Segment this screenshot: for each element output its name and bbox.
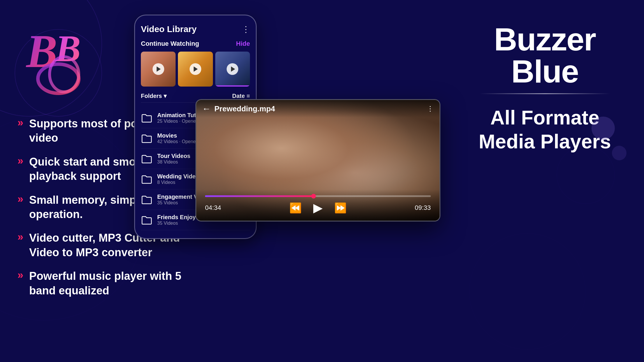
player-header: ← Prewedding.mp4 ⋮ [196, 100, 440, 117]
right-section: Buzzer Blue All Formate Media Players [446, 0, 644, 362]
folder-icon-friends [141, 215, 153, 225]
feature-item-5: » Powerful music player with 5 band equa… [18, 269, 184, 298]
player-more-icon[interactable]: ⋮ [427, 105, 434, 113]
folder-icon-movies [141, 133, 153, 144]
brand-subtitle-line1: All Formate [490, 106, 599, 129]
brand-title: Buzzer Blue [463, 23, 626, 87]
feature-text-5: Powerful music player with 5 band equali… [29, 269, 184, 298]
rewind-button[interactable]: ⏪ [289, 203, 302, 213]
play-button-3[interactable] [227, 63, 238, 75]
brand-logo: B B [20, 20, 108, 96]
phone-header: Video Library ⋮ [141, 24, 250, 34]
logo-container: B B [18, 17, 111, 99]
folders-filter-label[interactable]: Folders ▾ [141, 92, 167, 99]
progress-bar[interactable] [205, 195, 431, 197]
deco-circle-large [592, 117, 615, 140]
folder-icon-animation [141, 113, 153, 123]
folder-videos-movies: 42 Videos [157, 139, 178, 144]
time-total: 09:33 [415, 204, 431, 212]
folder-name-tour: Tour Videos [157, 153, 190, 159]
chevron-down-icon: ▾ [164, 92, 167, 99]
folder-info-tour: Tour Videos 38 Videos [157, 153, 190, 165]
progress-thumb [311, 194, 316, 198]
bullet-icon-1: » [18, 117, 23, 129]
brand-subtitle-line2: Media Players [479, 130, 611, 152]
video-player: ← Prewedding.mp4 ⋮ 04:34 ⏪ ▶ ⏩ 09:33 [195, 99, 440, 222]
bullet-icon-4: » [18, 231, 23, 243]
continue-watching-section: Continue Watching Hide [141, 40, 250, 87]
progress-indicator [215, 85, 250, 87]
thumbnails-row [141, 52, 250, 87]
folder-meta-friends: 35 Videos [157, 221, 196, 226]
hide-button[interactable]: Hide [236, 40, 250, 48]
folder-info-friends: Friends Enjoy 35 Videos [157, 214, 196, 226]
forward-button[interactable]: ⏩ [334, 203, 346, 213]
back-arrow-icon: ← [202, 104, 211, 114]
play-icon-3 [231, 66, 235, 72]
video-library-title: Video Library [141, 24, 197, 34]
controls-row: 04:34 ⏪ ▶ ⏩ 09:33 [205, 201, 431, 215]
folder-name-friends: Friends Enjoy [157, 214, 196, 221]
continue-watching-label: Continue Watching [141, 40, 199, 48]
brand-subtitle: All Formate Media Players [479, 106, 611, 153]
progress-fill [205, 195, 314, 197]
thumbnail-1[interactable] [141, 52, 176, 87]
play-button-2[interactable] [190, 63, 201, 75]
player-controls: 04:34 ⏪ ▶ ⏩ 09:33 [196, 189, 440, 221]
player-filename: Prewedding.mp4 [214, 104, 275, 113]
phone-more-icon[interactable]: ⋮ [242, 24, 250, 34]
date-filter-label[interactable]: Date ≡ [232, 93, 250, 99]
filter-icon: ≡ [246, 93, 250, 99]
bullet-icon-2: » [18, 155, 23, 167]
player-back-button[interactable]: ← Prewedding.mp4 [202, 104, 275, 114]
bullet-icon-3: » [18, 193, 23, 205]
folder-icon-tour [141, 154, 153, 164]
folder-meta-tour: 38 Videos [157, 159, 190, 165]
play-icon-1 [157, 66, 161, 72]
play-button-1[interactable] [153, 63, 164, 75]
brand-divider [480, 93, 610, 94]
control-buttons: ⏪ ▶ ⏩ [289, 201, 346, 215]
play-pause-button[interactable]: ▶ [313, 201, 323, 215]
thumbnail-3[interactable] [215, 52, 250, 87]
deco-circle-small [612, 146, 626, 160]
folder-icon-wedding [141, 174, 153, 184]
play-icon-2 [194, 66, 198, 72]
folders-label-text: Folders [141, 93, 162, 99]
folder-videos-animation: 25 Videos [157, 119, 178, 124]
bullet-icon-5: » [18, 269, 23, 281]
thumbnail-2[interactable] [178, 52, 213, 87]
continue-watching-header: Continue Watching Hide [141, 40, 250, 48]
folder-icon-engagement [141, 194, 153, 205]
date-label-text: Date [232, 93, 245, 99]
time-current: 04:34 [205, 204, 221, 212]
